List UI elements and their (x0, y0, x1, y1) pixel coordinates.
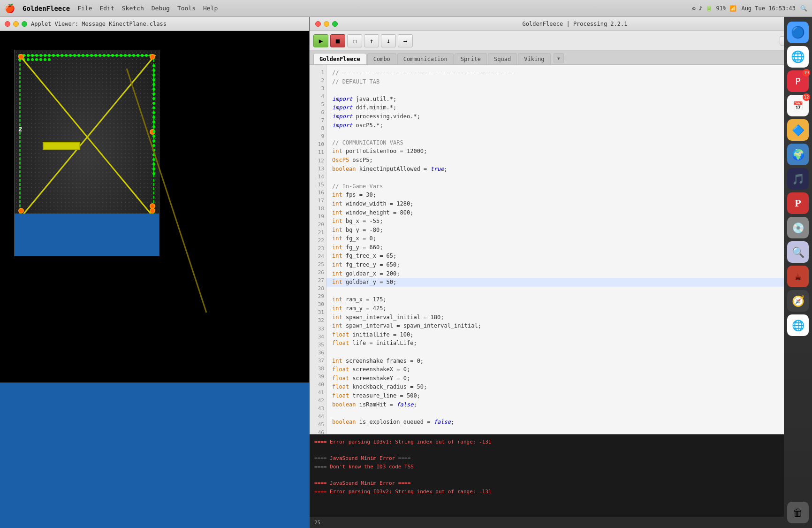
menu-file[interactable]: File (77, 5, 92, 12)
console-line-1: ==== Error parsing ID3v1: String index o… (314, 438, 807, 446)
applet-titlebar: Applet Viewer: Message_KinectPlane.class (0, 17, 309, 31)
dock-search-magnify[interactable]: 🔍 (787, 241, 809, 263)
applet-title: Applet Viewer: Message_KinectPlane.class (31, 21, 167, 27)
dock-calendar[interactable]: 📅 12 (787, 95, 809, 116)
pocket-badge: 19 (803, 69, 810, 77)
console-line-3: ==== JavaSound Minim Error ==== (314, 454, 807, 463)
blue-panel (0, 383, 309, 528)
console-line-7: ==== Error parsing ID3v2: String index o… (314, 488, 807, 496)
orange-dot-bl (18, 208, 24, 214)
console-content: ==== Error parsing ID3v1: String index o… (310, 435, 812, 517)
apple-menu[interactable]: 🍎 (5, 3, 15, 13)
menubar-right: ⚙ ♪ 🔋 91% 📶 Aug Tue 16:53:43 🔍 (692, 5, 807, 12)
dock-finder[interactable]: 🔵 (787, 22, 809, 43)
tab-communication[interactable]: Communication (397, 53, 454, 64)
dock-pocket[interactable]: P 19 (787, 70, 809, 92)
menubar-datetime: Aug Tue 16:53:43 (741, 5, 796, 12)
applet-content: 2 (0, 31, 309, 528)
dock-java[interactable]: ☕ (787, 266, 809, 287)
dock-chrome2[interactable]: 🌐 (787, 314, 809, 336)
dock-trash[interactable]: 🗑 (787, 502, 809, 523)
console-line-4: ==== Don't know the ID3 code TSS (314, 463, 807, 471)
tab-sprite[interactable]: Sprite (455, 53, 487, 64)
add-tab-button[interactable]: ▾ (554, 53, 564, 63)
orange-dot-tl (18, 54, 24, 60)
open-button[interactable]: ↑ (364, 34, 379, 47)
blue-bottom (15, 214, 159, 256)
menubar-search-icon[interactable]: 🔍 (800, 5, 807, 12)
processing-toolbar: ▶ ■ ☐ ↑ ↓ → Java ▼ (310, 31, 812, 51)
menu-tools[interactable]: Tools (177, 5, 196, 12)
console-line-5 (314, 471, 807, 479)
game-number: 2 (18, 125, 22, 133)
minimize-btn[interactable] (13, 21, 19, 27)
health-bar (43, 142, 80, 150)
window-controls (315, 21, 338, 27)
console-area: ==== Error parsing ID3v1: String index o… (310, 434, 812, 528)
calendar-badge: 12 (803, 93, 810, 101)
new-button[interactable]: ☐ (347, 34, 362, 47)
game-canvas: 2 (14, 50, 159, 256)
right-dock: 🔵 🌐 P 19 📅 12 🔷 🌍 🎵 P 💿 🔍 ☕ 🧭 🌐 🗑 (784, 17, 812, 528)
close-btn[interactable] (5, 21, 10, 27)
processing-minimize[interactable] (324, 21, 329, 27)
menu-debug[interactable]: Debug (152, 5, 170, 12)
orange-dot-tr (150, 54, 155, 60)
save-button[interactable]: ↓ (381, 34, 396, 47)
console-line-6: ==== JavaSound Minim Error ==== (314, 479, 807, 488)
dock-sketch[interactable]: 🔷 (787, 119, 809, 141)
tab-viking[interactable]: Viking (518, 53, 550, 64)
menubar-icons: ⚙ ♪ 🔋 91% 📶 (692, 5, 736, 12)
green-dots-right (152, 64, 155, 209)
tab-combo[interactable]: Combo (367, 53, 396, 64)
code-area[interactable]: 1234567891011121314151617181920212223242… (310, 65, 812, 434)
tab-goldenfleece[interactable]: GoldenFleece (313, 53, 366, 64)
line-numbers: 1234567891011121314151617181920212223242… (310, 65, 326, 434)
stop-button[interactable]: ■ (330, 34, 345, 47)
code-content[interactable]: // -------------------------------------… (326, 65, 805, 434)
tabs-bar: GoldenFleece Combo Communication Sprite … (310, 51, 812, 65)
menu-help[interactable]: Help (203, 5, 218, 12)
processing-title: GoldenFleece | Processing 2.2.1 (343, 21, 806, 27)
maximize-btn[interactable] (22, 21, 27, 27)
processing-titlebar: GoldenFleece | Processing 2.2.1 (310, 17, 812, 31)
processing-ide: GoldenFleece | Processing 2.2.1 ▶ ■ ☐ ↑ … (310, 17, 812, 528)
menubar: 🍎 GoldenFleece File Edit Sketch Debug To… (0, 0, 812, 17)
console-line-2 (314, 446, 807, 455)
dock-disk[interactable]: 💿 (787, 217, 809, 238)
left-panel: Applet Viewer: Message_KinectPlane.class (0, 17, 310, 528)
dock-papp[interactable]: P (787, 192, 809, 214)
menu-items: File Edit Sketch Debug Tools Help (77, 5, 218, 12)
dock-world[interactable]: 🌍 (787, 144, 809, 165)
app-name[interactable]: GoldenFleece (23, 5, 70, 12)
processing-maximize[interactable] (332, 21, 338, 27)
export-button[interactable]: → (398, 34, 413, 47)
run-button[interactable]: ▶ (313, 34, 328, 47)
menu-sketch[interactable]: Sketch (122, 5, 144, 12)
dock-compass[interactable]: 🧭 (787, 290, 809, 312)
menu-edit[interactable]: Edit (99, 5, 114, 12)
dock-music[interactable]: 🎵 (787, 168, 809, 190)
processing-close[interactable] (315, 21, 321, 27)
console-line-number: 25 (310, 517, 812, 528)
tab-squad[interactable]: Squad (488, 53, 517, 64)
dock-chrome[interactable]: 🌐 (787, 46, 809, 68)
